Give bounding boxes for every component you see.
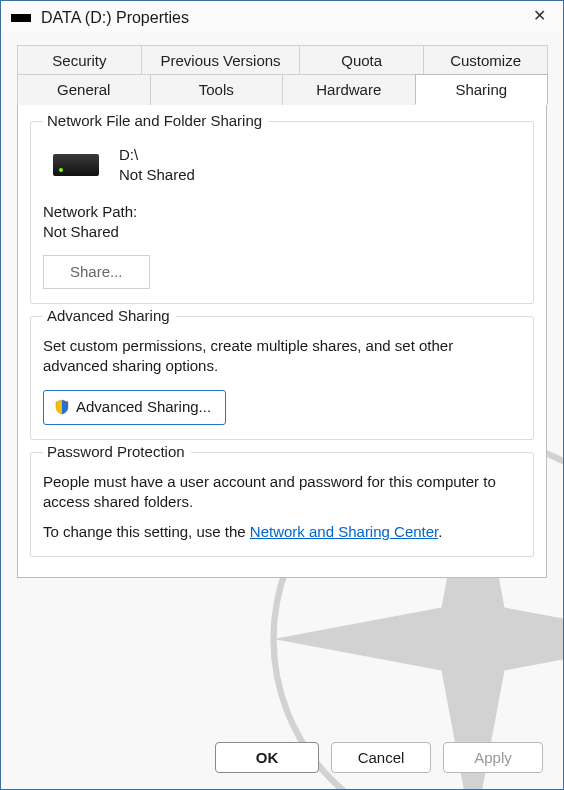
network-path-value: Not Shared [43,222,521,242]
drive-path: D:\ [119,145,195,165]
close-button[interactable]: ✕ [525,7,553,29]
group-advanced-sharing: Advanced Sharing Set custom permissions,… [30,316,534,440]
group-title-password: Password Protection [43,443,191,460]
password-description: People must have a user account and pass… [43,472,521,513]
content-area: Security Previous Versions Quota Customi… [1,33,563,728]
properties-dialog: DATA (D:) Properties ✕ Security Previous… [0,0,564,790]
network-path-label: Network Path: [43,202,521,222]
advanced-sharing-label: Advanced Sharing... [76,397,211,417]
tab-previous-versions[interactable]: Previous Versions [141,45,300,75]
window-title: DATA (D:) Properties [41,9,525,27]
password-change-suffix: . [438,523,442,540]
password-change-prefix: To change this setting, use the [43,523,250,540]
group-network-sharing: Network File and Folder Sharing D:\ Not … [30,121,534,304]
tab-sharing[interactable]: Sharing [415,74,549,105]
drive-title-icon [11,14,31,22]
tab-panel-sharing: Network File and Folder Sharing D:\ Not … [17,104,547,578]
share-button[interactable]: Share... [43,255,150,289]
dialog-footer: OK Cancel Apply [1,728,563,789]
drive-icon [53,154,99,176]
network-sharing-center-link[interactable]: Network and Sharing Center [250,523,438,540]
tab-hardware[interactable]: Hardware [282,74,416,105]
share-status: Not Shared [119,165,195,185]
group-title-advanced: Advanced Sharing [43,307,176,324]
tab-tools[interactable]: Tools [150,74,284,105]
apply-button: Apply [443,742,543,773]
group-title-network: Network File and Folder Sharing [43,112,268,129]
password-change-line: To change this setting, use the Network … [43,522,521,542]
ok-button[interactable]: OK [215,742,319,773]
tab-customize[interactable]: Customize [423,45,548,75]
cancel-button[interactable]: Cancel [331,742,431,773]
titlebar: DATA (D:) Properties ✕ [1,1,563,33]
group-password-protection: Password Protection People must have a u… [30,452,534,558]
advanced-description: Set custom permissions, create multiple … [43,336,521,377]
tab-strip: Security Previous Versions Quota Customi… [17,45,547,578]
advanced-sharing-button[interactable]: Advanced Sharing... [43,390,226,424]
tab-general[interactable]: General [17,74,151,105]
tab-quota[interactable]: Quota [299,45,424,75]
tab-security[interactable]: Security [17,45,142,75]
shield-icon [54,399,70,415]
